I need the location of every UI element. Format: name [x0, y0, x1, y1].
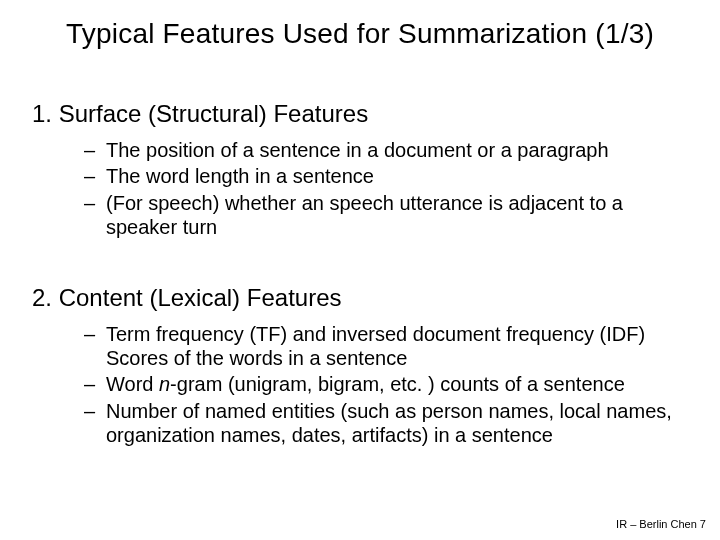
list-item: Term frequency (TF) and inversed documen…: [84, 322, 688, 371]
list-item: Word n-gram (unigram, bigram, etc. ) cou…: [84, 372, 688, 396]
section-heading-1: 1. Surface (Structural) Features: [32, 100, 688, 128]
slide-body: 1. Surface (Structural) Features The pos…: [32, 100, 688, 450]
list-item: The position of a sentence in a document…: [84, 138, 688, 162]
text-run: Word: [106, 373, 159, 395]
list-item: Number of named entities (such as person…: [84, 399, 688, 448]
list-item: (For speech) whether an speech utterance…: [84, 191, 688, 240]
text-run: -gram (unigram, bigram, etc. ) counts of…: [170, 373, 625, 395]
italic-n: n: [159, 373, 170, 395]
slide-footer: IR – Berlin Chen 7: [616, 518, 706, 530]
slide: Typical Features Used for Summarization …: [0, 0, 720, 540]
bullet-list-2: Term frequency (TF) and inversed documen…: [32, 322, 688, 448]
bullet-list-1: The position of a sentence in a document…: [32, 138, 688, 240]
slide-title: Typical Features Used for Summarization …: [0, 18, 720, 50]
section-heading-2: 2. Content (Lexical) Features: [32, 284, 688, 312]
list-item: The word length in a sentence: [84, 164, 688, 188]
